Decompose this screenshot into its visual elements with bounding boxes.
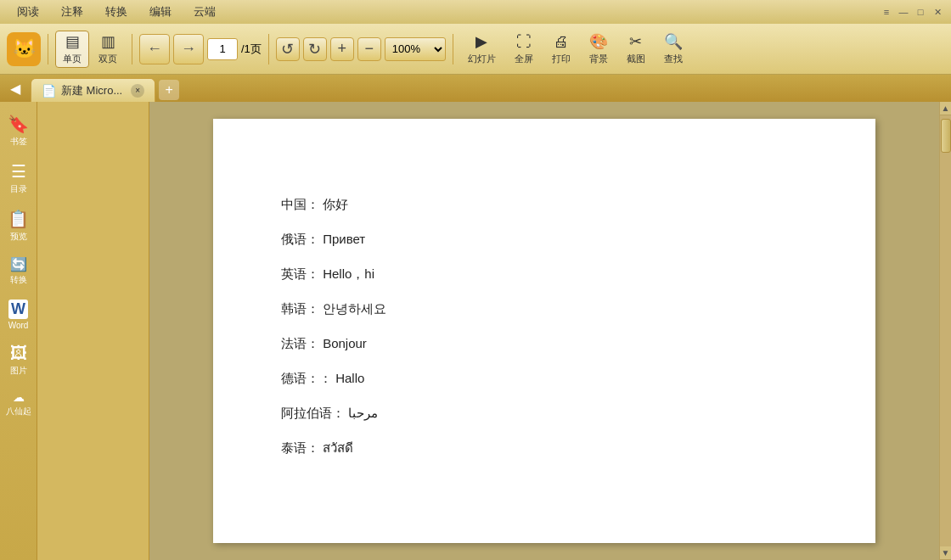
- convert-icon: 🔄: [10, 256, 27, 272]
- titlebar: 阅读 注释 转换 编辑 云端 ≡ — □ ✕: [0, 0, 951, 24]
- zoom-out-button[interactable]: −: [357, 37, 381, 61]
- menu-bar: 阅读 注释 转换 编辑 云端: [7, 3, 226, 21]
- document-page: 中国： 你好 俄语： Привет 英语： Hello，hi 韩语： 안녕하세요…: [213, 119, 875, 543]
- zoom-in-button[interactable]: +: [330, 37, 354, 61]
- tab-doc-icon: 📄: [42, 84, 56, 98]
- sidebar-preview-label: 预览: [10, 231, 27, 243]
- undo-button[interactable]: ↺: [276, 37, 300, 61]
- single-page-icon: ▤: [65, 32, 80, 51]
- menu-cloud[interactable]: 云端: [183, 3, 226, 21]
- find-icon: 🔍: [664, 32, 683, 51]
- line-german: 德语：： Hallo: [281, 361, 808, 395]
- logo-button[interactable]: 🐱: [7, 32, 41, 66]
- thumbnail-panel: [37, 102, 149, 560]
- scroll-down-button[interactable]: ▼: [940, 546, 952, 560]
- single-page-label: 单页: [63, 53, 82, 65]
- page-total: /1页: [241, 42, 262, 57]
- sidebar-item-cloud[interactable]: ☁ 八仙起: [3, 385, 35, 423]
- sidebar-item-convert[interactable]: 🔄 转换: [3, 251, 35, 291]
- page-input[interactable]: [207, 38, 238, 60]
- sidebar-word-label: Word: [8, 321, 29, 330]
- slideshow-button[interactable]: ▶ 幻灯片: [460, 31, 504, 68]
- toc-icon: ☰: [11, 161, 26, 182]
- tab-close-button[interactable]: ×: [131, 84, 144, 98]
- sidebar-item-image[interactable]: 🖼 图片: [3, 339, 35, 382]
- double-page-button[interactable]: ▥ 双页: [91, 31, 125, 68]
- sidebar-item-word[interactable]: W Word: [3, 294, 35, 335]
- minimize-button[interactable]: —: [897, 5, 910, 19]
- print-button[interactable]: 🖨 打印: [544, 31, 578, 68]
- scroll-up-button[interactable]: ▲: [940, 102, 952, 115]
- bookmark-icon: 🔖: [8, 114, 29, 134]
- tab-title: 新建 Micro...: [61, 83, 122, 98]
- image-icon: 🖼: [10, 344, 27, 363]
- menu-icon[interactable]: ≡: [880, 5, 893, 19]
- crop-label: 截图: [627, 53, 645, 65]
- word-icon: W: [8, 300, 28, 319]
- sidebar-toc-label: 目录: [10, 183, 27, 195]
- logo-icon: 🐱: [13, 38, 36, 60]
- menu-read[interactable]: 阅读: [7, 3, 49, 21]
- sidebar-bookmarks-label: 书签: [10, 136, 27, 148]
- line-arabic: 阿拉伯语： مرحبا: [281, 395, 808, 430]
- back-button[interactable]: ←: [139, 34, 170, 64]
- redo-button[interactable]: ↻: [303, 37, 327, 61]
- fullscreen-label: 全屏: [515, 53, 533, 65]
- double-page-icon: ▥: [101, 32, 115, 51]
- sidebar-item-preview[interactable]: 📋 预览: [3, 204, 35, 248]
- background-label: 背景: [589, 53, 608, 65]
- crop-button[interactable]: ✂ 截图: [619, 31, 653, 68]
- menu-edit[interactable]: 编辑: [139, 3, 182, 21]
- find-button[interactable]: 🔍 查找: [656, 31, 690, 68]
- sidebar-item-bookmarks[interactable]: 🔖 书签: [3, 109, 35, 153]
- sidebar-cloud-label: 八仙起: [6, 406, 31, 417]
- line-russian: 俄语： Привет: [281, 221, 808, 256]
- main-area: 🔖 书签 ☰ 目录 📋 预览 🔄 转换 W Word 🖼 图片 ☁ 八仙起: [0, 102, 951, 560]
- maximize-button[interactable]: □: [914, 5, 927, 19]
- forward-button[interactable]: →: [173, 34, 204, 64]
- separator-2: [132, 34, 132, 64]
- print-icon: 🖨: [554, 33, 569, 51]
- line-korean: 韩语： 안녕하세요: [281, 291, 808, 326]
- window-controls: ≡ — □ ✕: [880, 5, 944, 19]
- single-page-button[interactable]: ▤ 单页: [55, 31, 89, 68]
- slideshow-label: 幻灯片: [468, 53, 496, 65]
- double-page-label: 双页: [98, 53, 117, 65]
- fullscreen-icon: ⛶: [516, 33, 532, 51]
- crop-icon: ✂: [629, 32, 642, 51]
- add-tab-button[interactable]: +: [159, 80, 179, 100]
- line-chinese: 中国： 你好: [281, 187, 808, 221]
- close-button[interactable]: ✕: [931, 5, 944, 19]
- scroll-track[interactable]: [940, 115, 952, 546]
- print-label: 打印: [552, 53, 571, 65]
- line-french: 法语： Bonjour: [281, 326, 808, 361]
- sidebar: 🔖 书签 ☰ 目录 📋 预览 🔄 转换 W Word 🖼 图片 ☁ 八仙起: [0, 102, 37, 560]
- sidebar-image-label: 图片: [10, 365, 27, 377]
- line-english: 英语： Hello，hi: [281, 256, 808, 291]
- toolbar: 🐱 ▤ 单页 ▥ 双页 ← → /1页 ↺ ↻ + − 100% 75% 125…: [0, 24, 951, 75]
- background-icon: 🎨: [589, 32, 608, 51]
- find-label: 查找: [664, 53, 683, 65]
- sidebar-item-toc[interactable]: ☰ 目录: [3, 156, 35, 200]
- cloud-icon: ☁: [13, 390, 25, 404]
- slideshow-icon: ▶: [476, 32, 487, 51]
- preview-icon: 📋: [8, 209, 29, 229]
- tabbar: ◀ 📄 新建 Micro... × +: [0, 75, 951, 102]
- zoom-select[interactable]: 100% 75% 125% 150% 200%: [385, 37, 446, 61]
- separator-4: [453, 34, 453, 64]
- page-navigation: /1页: [207, 38, 262, 60]
- document-tab[interactable]: 📄 新建 Micro... ×: [31, 78, 155, 102]
- tab-back-button[interactable]: ◀: [3, 76, 27, 100]
- menu-convert[interactable]: 转换: [95, 3, 138, 21]
- fullscreen-button[interactable]: ⛶ 全屏: [507, 31, 541, 68]
- scroll-thumb[interactable]: [941, 119, 951, 153]
- separator-1: [48, 34, 48, 64]
- line-thai: 泰语： สวัสดี: [281, 430, 808, 465]
- document-area[interactable]: 中国： 你好 俄语： Привет 英语： Hello，hi 韩语： 안녕하세요…: [149, 102, 939, 560]
- scrollbar[interactable]: ▲ ▼: [939, 102, 951, 560]
- sidebar-convert-label: 转换: [10, 274, 27, 286]
- menu-annotate[interactable]: 注释: [51, 3, 93, 21]
- separator-3: [268, 34, 269, 64]
- background-button[interactable]: 🎨 背景: [582, 31, 616, 68]
- page-view-group: ▤ 单页 ▥ 双页: [55, 31, 125, 68]
